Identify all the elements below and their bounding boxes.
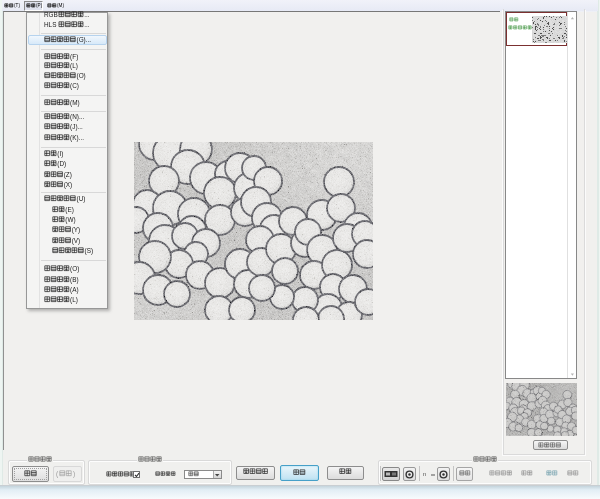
- svg-text:(D): (D): [57, 160, 66, 168]
- svg-text:(J)...: (J)...: [70, 123, 83, 131]
- svg-text:(B): (B): [70, 275, 79, 283]
- svg-text:(M): (M): [57, 3, 64, 8]
- svg-text:(E): (E): [65, 205, 74, 213]
- svg-text:RGB: RGB: [44, 12, 58, 19]
- svg-text:n: n: [423, 471, 426, 477]
- svg-text:(M): (M): [70, 98, 80, 106]
- svg-text:): ): [73, 470, 75, 478]
- svg-text:(G)...: (G)...: [76, 36, 91, 44]
- svg-text:(Z): (Z): [63, 171, 71, 179]
- svg-text:(O): (O): [76, 71, 85, 79]
- svg-text:(: (: [56, 470, 59, 478]
- svg-text:(I): (I): [57, 149, 63, 157]
- svg-text:(L): (L): [70, 62, 78, 70]
- svg-text:(T): (T): [14, 3, 20, 8]
- svg-text:(F): (F): [70, 52, 78, 60]
- svg-text:(C): (C): [70, 81, 79, 89]
- svg-text:(Y): (Y): [71, 226, 80, 234]
- svg-text:(U): (U): [76, 195, 85, 203]
- svg-text:HLS: HLS: [44, 21, 56, 28]
- svg-text:(L): (L): [70, 295, 78, 303]
- svg-text:(O): (O): [70, 265, 79, 273]
- svg-text:...: ...: [84, 21, 90, 28]
- svg-text:(X): (X): [63, 181, 72, 189]
- svg-text:(K)...: (K)...: [70, 133, 84, 141]
- svg-text:(W): (W): [65, 216, 75, 224]
- svg-text:...: ...: [84, 12, 90, 19]
- svg-text:(P): (P): [36, 3, 43, 8]
- svg-text:(S): (S): [84, 247, 93, 255]
- svg-text:(N)...: (N)...: [70, 112, 84, 120]
- svg-text:(V): (V): [71, 236, 80, 244]
- svg-text:(A): (A): [70, 285, 79, 293]
